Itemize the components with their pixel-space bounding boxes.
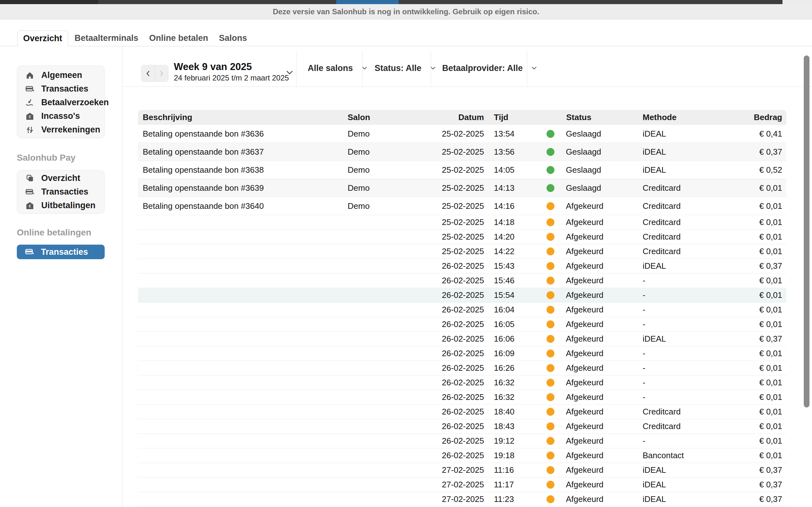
filter-status[interactable]: Status: Alle xyxy=(374,46,436,87)
table-row[interactable]: Betaling openstaande bon #3638 Demo 25-0… xyxy=(138,161,786,179)
cell-methode: iDEAL xyxy=(643,161,738,179)
sidebar-item-betaalverzoeken[interactable]: Betaalverzoeken xyxy=(17,96,104,109)
house-euro-icon: € xyxy=(26,201,34,210)
cell-datum: 26-02-2025 xyxy=(413,274,484,288)
transactions-table: Beschrijving Salon Datum Tijd Status Met… xyxy=(138,110,786,507)
dev-warning-text: Deze versie van Salonhub is nog in ontwi… xyxy=(273,7,539,16)
table-row[interactable]: 26-02-2025 16:32 Afgekeurd - € 0,01 xyxy=(138,390,786,405)
filter-betaalprovider[interactable]: Betaalprovider: Alle xyxy=(442,46,537,87)
table-row[interactable]: 25-02-2025 14:20 Afgekeurd Creditcard € … xyxy=(138,230,786,244)
status-label: Afgekeurd xyxy=(566,392,604,402)
cell-beschrijving xyxy=(138,215,343,229)
table-row[interactable]: 26-02-2025 16:04 Afgekeurd - € 0,01 xyxy=(138,302,786,317)
status-dot-icon xyxy=(547,218,554,226)
table-row[interactable]: 26-02-2025 16:09 Afgekeurd - € 0,01 xyxy=(138,346,786,361)
table-row[interactable]: 26-02-2025 19:18 Afgekeurd Bancontact € … xyxy=(138,448,786,463)
table-row[interactable]: 26-02-2025 16:32 Afgekeurd - € 0,01 xyxy=(138,376,786,390)
status-dot-icon xyxy=(547,335,554,343)
cell-bedrag: € 0,52 xyxy=(738,161,786,179)
table-row[interactable]: 27-02-2025 11:16 Afgekeurd iDEAL € 0,37 xyxy=(138,463,786,477)
tab-betaalterminals[interactable]: Betaalterminals xyxy=(69,30,144,46)
week-selector[interactable]: Week 9 van 2025 24 februari 2025 t/m 2 m… xyxy=(174,61,289,83)
filter-betaalprovider-label: Betaalprovider: Alle xyxy=(442,63,523,73)
status-label: Geslaagd xyxy=(566,147,601,157)
sidebar-item-transacties[interactable]: Transacties xyxy=(17,82,104,96)
cell-tijd: 16:09 xyxy=(484,346,547,360)
sidebar-item-verrekeningen[interactable]: Verrekeningen xyxy=(17,123,104,136)
cell-status: Geslaagd xyxy=(547,143,643,161)
table-row[interactable]: 26-02-2025 18:40 Afgekeurd Creditcard € … xyxy=(138,405,786,419)
prev-week-button[interactable] xyxy=(142,65,155,81)
cell-bedrag: € 0,01 xyxy=(738,302,786,317)
cell-methode: iDEAL xyxy=(643,332,738,346)
cell-status: Afgekeurd xyxy=(547,259,643,273)
sidebar-item-label: Algemeen xyxy=(41,70,82,80)
card-icon xyxy=(26,84,34,94)
status-label: Afgekeurd xyxy=(566,494,604,504)
cell-datum: 25-02-2025 xyxy=(413,161,484,179)
cell-status: Afgekeurd xyxy=(547,302,643,317)
table-row[interactable]: 27-02-2025 11:17 Afgekeurd iDEAL € 0,37 xyxy=(138,477,786,492)
cell-tijd: 15:43 xyxy=(484,259,547,273)
table-row[interactable]: 26-02-2025 15:43 Afgekeurd iDEAL € 0,37 xyxy=(138,259,786,274)
cell-beschrijving xyxy=(138,492,343,506)
sidebar-item-pay-overzicht[interactable]: Overzicht xyxy=(17,171,104,185)
cell-salon: Demo xyxy=(343,161,413,179)
cell-salon xyxy=(343,317,413,331)
vertical-scrollbar-thumb[interactable] xyxy=(804,55,809,407)
cell-salon: Demo xyxy=(343,197,413,215)
tab-online-betalen[interactable]: Online betalen xyxy=(144,30,213,46)
cell-methode: Creditcard xyxy=(643,419,738,434)
sidebar-item-online-transacties-active[interactable]: Transacties xyxy=(17,245,105,259)
card-icon xyxy=(26,187,34,196)
table-body: Betaling openstaande bon #3636 Demo 25-0… xyxy=(138,125,786,507)
cell-status: Afgekeurd xyxy=(547,332,643,346)
table-row[interactable]: 26-02-2025 16:05 Afgekeurd - € 0,01 xyxy=(138,317,786,332)
next-week-button[interactable] xyxy=(155,65,168,81)
column-header-bedrag: Bedrag xyxy=(738,110,786,125)
status-label: Afgekeurd xyxy=(566,349,604,358)
cell-bedrag: € 0,01 xyxy=(738,288,786,302)
table-row[interactable]: Betaling openstaande bon #3639 Demo 25-0… xyxy=(138,179,786,197)
table-row[interactable]: 27-02-2025 11:23 Afgekeurd iDEAL € 0,37 xyxy=(138,492,786,507)
table-row[interactable]: 26-02-2025 19:12 Afgekeurd - € 0,01 xyxy=(138,434,786,448)
cell-beschrijving xyxy=(138,244,343,259)
table-row[interactable]: 26-02-2025 16:06 Afgekeurd iDEAL € 0,37 xyxy=(138,332,786,346)
cell-bedrag: € 0,01 xyxy=(738,197,786,215)
cell-salon xyxy=(343,405,413,419)
cell-datum: 26-02-2025 xyxy=(413,317,484,331)
table-row[interactable]: Betaling openstaande bon #3640 Demo 25-0… xyxy=(138,197,786,215)
status-dot-icon xyxy=(547,364,554,372)
cell-tijd: 16:26 xyxy=(484,361,547,375)
cell-methode: - xyxy=(643,317,738,331)
cell-status: Afgekeurd xyxy=(547,376,643,390)
cell-methode: Creditcard xyxy=(643,215,738,229)
status-label: Geslaagd xyxy=(566,165,601,175)
status-label: Afgekeurd xyxy=(566,451,604,460)
status-dot-icon xyxy=(547,481,554,489)
table-row[interactable]: Betaling openstaande bon #3637 Demo 25-0… xyxy=(138,143,786,161)
table-row[interactable]: 26-02-2025 18:43 Afgekeurd Creditcard € … xyxy=(138,419,786,434)
sidebar-item-incassos[interactable]: € Incasso's xyxy=(17,109,104,123)
table-row[interactable]: 26-02-2025 15:54 Afgekeurd - € 0,01 xyxy=(138,288,786,302)
tab-salons[interactable]: Salons xyxy=(213,30,252,46)
status-label: Geslaagd xyxy=(566,129,601,139)
table-row[interactable]: 25-02-2025 14:22 Afgekeurd Creditcard € … xyxy=(138,244,786,259)
table-row[interactable]: 25-02-2025 14:18 Afgekeurd Creditcard € … xyxy=(138,215,786,230)
sidebar-item-uitbetalingen[interactable]: € Uitbetalingen xyxy=(17,199,104,212)
cell-beschrijving: Betaling openstaande bon #3637 xyxy=(138,143,343,161)
cell-datum: 26-02-2025 xyxy=(413,332,484,346)
table-row[interactable]: 26-02-2025 16:26 Afgekeurd - € 0,01 xyxy=(138,361,786,376)
cell-datum: 27-02-2025 xyxy=(413,477,484,492)
status-label: Afgekeurd xyxy=(566,276,604,285)
top-chrome-bar xyxy=(0,0,812,4)
table-row[interactable]: 26-02-2025 15:46 Afgekeurd - € 0,01 xyxy=(138,274,786,288)
sidebar-item-algemeen[interactable]: Algemeen xyxy=(17,68,104,82)
table-row[interactable]: Betaling openstaande bon #3636 Demo 25-0… xyxy=(138,125,786,143)
cell-salon xyxy=(343,434,413,448)
top-chrome-left-segment xyxy=(0,0,98,4)
filter-salons[interactable]: Alle salons xyxy=(308,46,367,87)
cell-datum: 26-02-2025 xyxy=(413,419,484,434)
sidebar-item-pay-transacties[interactable]: Transacties xyxy=(17,185,104,199)
tab-overzicht[interactable]: Overzicht xyxy=(17,31,68,46)
